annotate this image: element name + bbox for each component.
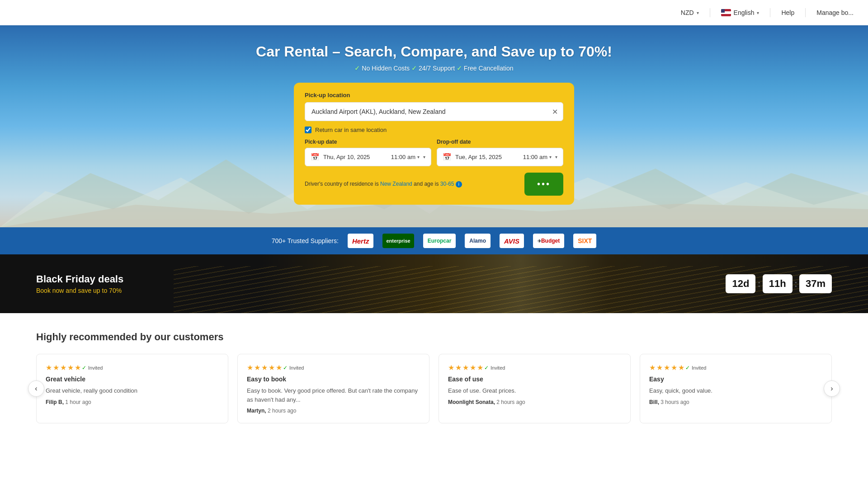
driver-age-link[interactable]: 30-65 (440, 181, 454, 187)
return-same-checkbox-label[interactable]: Return car in same location (305, 127, 563, 133)
manage-booking-link[interactable]: Manage bo... (816, 9, 854, 16)
bf-subtitle: Book now and save up to 70% (36, 287, 123, 294)
star-icon: ★ (247, 363, 253, 372)
star-icon: ★ (448, 363, 454, 372)
pickup-date-input[interactable]: 📅 Thu, Apr 10, 2025 11:00 am ▾ ▾ (305, 148, 431, 166)
hero-title: Car Rental – Search, Compare, and Save u… (256, 43, 612, 60)
star-icon: ★ (664, 363, 670, 372)
review-card: ★ ★ ★ ★ ★ ✓ Invited Ease of use Ease of … (439, 354, 631, 423)
budget-logo: ✈Budget (533, 234, 564, 248)
flag-icon (721, 9, 731, 16)
reviews-title: Highly recommended by our customers (36, 331, 832, 343)
search-button[interactable]: ••• (524, 173, 563, 196)
invited-badge: ✓ Invited (283, 363, 304, 372)
invited-label: Invited (692, 365, 706, 371)
invited-label: Invited (491, 365, 505, 371)
date-row: Pick-up date 📅 Thu, Apr 10, 2025 11:00 a… (305, 139, 563, 166)
subtitle-check-2: 24/7 Support (419, 65, 457, 72)
reviews-next-button[interactable]: › (824, 380, 840, 397)
author-time: 1 hour ago (65, 399, 91, 405)
header-divider-3 (805, 8, 806, 17)
search-box: Pick-up location ✕ Return car in same lo… (294, 83, 574, 205)
subtitle-check-1: No Hidden Costs (362, 65, 411, 72)
author-time: 2 hours ago (496, 399, 525, 405)
star-icon: ★ (67, 363, 74, 372)
review-card: ★ ★ ★ ★ ★ ✓ Invited Great vehicle Great … (36, 354, 228, 423)
review-card: ★ ★ ★ ★ ★ ✓ Invited Easy Easy, quick, go… (640, 354, 832, 423)
subtitle-check-3: Free Cancellation (464, 65, 514, 72)
check-2: ✓ (411, 65, 417, 72)
bf-timer-hours-block: 11h (763, 274, 793, 293)
driver-country-link[interactable]: New Zealand (380, 181, 412, 187)
location-clear-button[interactable]: ✕ (552, 108, 558, 116)
star-icon: ★ (477, 363, 483, 372)
review-author: Filip B, 1 hour ago (46, 399, 219, 405)
author-name: Martyn, (247, 408, 266, 414)
help-label: Help (781, 9, 794, 16)
review-body: Easy to book. Very good price offered. B… (247, 386, 420, 404)
star-icon: ★ (269, 363, 275, 372)
header-divider-1 (710, 8, 710, 17)
enterprise-logo: enterprise (382, 234, 414, 248)
pickup-time-chevron-icon: ▾ (417, 155, 420, 160)
svg-marker-2 (0, 202, 868, 227)
driver-age-text: and age is (414, 181, 440, 187)
dropoff-time-select[interactable]: 11:00 am ▾ (523, 154, 552, 160)
review-title: Easy (649, 375, 822, 383)
return-same-checkbox[interactable] (305, 127, 311, 133)
dropoff-date-chevron-icon: ▾ (555, 155, 557, 160)
driver-info-text: Driver's country of residence is (305, 181, 379, 187)
star-icon: ★ (75, 363, 81, 372)
info-icon[interactable]: i (456, 181, 462, 188)
help-link[interactable]: Help (781, 9, 794, 16)
europcar-logo: Europcar (423, 234, 456, 248)
sixt-logo: SIXT (573, 234, 596, 248)
suppliers-bar: 700+ Trusted Suppliers: Hertz enterprise… (0, 227, 868, 254)
pickup-location-input[interactable] (305, 102, 563, 121)
manage-label: Manage bo... (816, 9, 854, 16)
pickup-date-value: Thu, Apr 10, 2025 (323, 154, 387, 160)
star-icon: ★ (276, 363, 282, 372)
bf-timer-minutes-block: 37m (799, 274, 832, 293)
alamo-logo: Alamo (465, 234, 491, 248)
bf-timer-sep-2: : (794, 278, 797, 290)
black-friday-banner[interactable]: Black Friday deals Book now and save up … (0, 254, 868, 313)
currency-selector[interactable]: NZD ▾ (681, 9, 699, 16)
pickup-location-label: Pick-up location (305, 92, 563, 99)
header-divider-2 (770, 8, 770, 17)
invited-badge: ✓ Invited (82, 363, 103, 372)
review-stars-1: ★ ★ ★ ★ ★ ✓ Invited (247, 363, 420, 372)
author-time: 2 hours ago (268, 408, 296, 414)
review-title: Great vehicle (46, 375, 219, 383)
review-body: Ease of use. Great prices. (448, 386, 621, 395)
invited-check-icon: ✓ (283, 365, 288, 371)
invited-badge: ✓ Invited (685, 363, 706, 372)
star-icon: ★ (60, 363, 66, 372)
language-selector[interactable]: English ▾ (721, 9, 760, 16)
author-name: Moonlight Sonata, (448, 399, 495, 405)
review-title: Ease of use (448, 375, 621, 383)
dropoff-date-col: Drop-off date 📅 Tue, Apr 15, 2025 11:00 … (437, 139, 563, 166)
hero-subtitle: ✓ No Hidden Costs ✓ 24/7 Support ✓ Free … (354, 65, 513, 72)
star-icon: ★ (46, 363, 52, 372)
check-1: ✓ (354, 65, 360, 72)
author-time: 3 hours ago (660, 399, 689, 405)
language-label: English (734, 9, 755, 16)
review-body: Great vehicle, really good condition (46, 386, 219, 395)
location-input-wrap: ✕ (305, 102, 563, 121)
hertz-logo: Hertz (348, 234, 374, 248)
bf-title: Black Friday deals (36, 273, 123, 285)
review-stars-0: ★ ★ ★ ★ ★ ✓ Invited (46, 363, 219, 372)
currency-label: NZD (681, 9, 694, 16)
dropoff-date-input[interactable]: 📅 Tue, Apr 15, 2025 11:00 am ▾ ▾ (437, 148, 563, 166)
pickup-time-select[interactable]: 11:00 am ▾ (391, 154, 420, 160)
reviews-prev-button[interactable]: ‹ (28, 380, 44, 397)
review-stars-2: ★ ★ ★ ★ ★ ✓ Invited (448, 363, 621, 372)
review-stars-3: ★ ★ ★ ★ ★ ✓ Invited (649, 363, 822, 372)
invited-label: Invited (289, 365, 304, 371)
avis-logo: AVIS (500, 234, 524, 248)
star-icon: ★ (649, 363, 656, 372)
pickup-time-value: 11:00 am (391, 154, 415, 160)
bf-timer: 12d : 11h : 37m (726, 274, 832, 293)
bf-timer-hours: 11h (769, 278, 786, 290)
